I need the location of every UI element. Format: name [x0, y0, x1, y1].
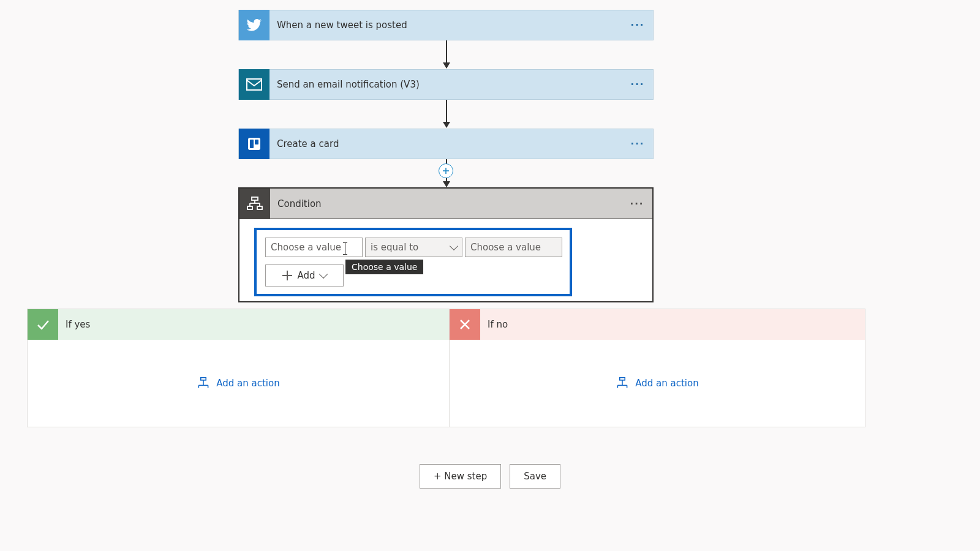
footer-actions: + New step Save — [0, 464, 980, 489]
step-menu-button[interactable]: ··· — [622, 69, 653, 100]
step-label: Send an email notification (V3) — [270, 79, 622, 90]
condition-left-value-input[interactable]: Choose a value — [265, 238, 363, 257]
step-label: When a new tweet is posted — [270, 20, 622, 31]
connector-arrow — [443, 40, 450, 69]
svg-rect-7 — [255, 140, 258, 144]
mail-icon — [239, 69, 270, 100]
new-step-button[interactable]: + New step — [420, 464, 501, 489]
flow-designer-canvas: When a new tweet is posted ··· Send an e… — [0, 0, 980, 551]
condition-icon — [239, 189, 270, 219]
branch-if-yes: If yes Add an action — [27, 309, 450, 427]
add-action-icon — [197, 377, 210, 390]
add-action-button[interactable]: Add an action — [197, 377, 279, 390]
svg-marker-1 — [443, 62, 450, 69]
branch-header[interactable]: If yes — [28, 309, 449, 340]
chevron-down-icon — [450, 242, 458, 250]
branch-title: If yes — [58, 319, 449, 330]
connector-arrow — [443, 100, 450, 128]
svg-rect-17 — [247, 206, 252, 209]
text-caret — [345, 243, 345, 254]
svg-rect-19 — [201, 378, 206, 380]
step-menu-button[interactable]: ··· — [622, 129, 653, 159]
check-icon — [28, 309, 58, 340]
condition-header[interactable]: Condition ··· — [239, 189, 652, 219]
branch-title: If no — [480, 319, 865, 330]
step-card-condition: Condition ··· Choose a value is equal to… — [238, 187, 654, 302]
condition-expression-group: Choose a value is equal to Choose a valu… — [254, 228, 572, 296]
close-icon — [450, 309, 480, 340]
condition-operator-dropdown[interactable]: is equal to — [365, 238, 462, 257]
step-card-twitter-trigger[interactable]: When a new tweet is posted ··· — [238, 10, 654, 40]
svg-marker-4 — [443, 122, 450, 128]
chevron-down-icon — [318, 270, 327, 279]
twitter-icon — [239, 10, 270, 40]
step-menu-button[interactable]: ··· — [622, 189, 652, 219]
insert-step-button[interactable] — [439, 163, 453, 178]
placeholder-text: Choose a value — [470, 242, 541, 253]
branch-header[interactable]: If no — [450, 309, 865, 340]
trello-icon — [239, 129, 270, 159]
svg-rect-12 — [252, 197, 258, 200]
add-action-button[interactable]: Add an action — [616, 377, 698, 390]
step-menu-button[interactable]: ··· — [622, 10, 653, 40]
svg-rect-6 — [250, 140, 254, 148]
condition-title: Condition — [270, 198, 622, 209]
tooltip: Choose a value — [345, 260, 423, 274]
plus-icon — [282, 271, 292, 280]
placeholder-text: Choose a value — [271, 242, 341, 253]
svg-marker-9 — [443, 181, 450, 187]
step-label: Create a card — [270, 138, 622, 149]
svg-rect-18 — [257, 206, 262, 209]
condition-right-value-input[interactable]: Choose a value — [465, 238, 562, 257]
condition-add-row-button[interactable]: Add — [265, 264, 344, 287]
save-button[interactable]: Save — [510, 464, 560, 489]
step-card-trello-action[interactable]: Create a card ··· — [238, 129, 654, 159]
add-action-icon — [616, 377, 629, 390]
svg-rect-2 — [247, 79, 262, 90]
svg-rect-26 — [620, 378, 625, 380]
step-card-email-action[interactable]: Send an email notification (V3) ··· — [238, 69, 654, 100]
branch-if-no: If no Add an action — [449, 309, 865, 427]
